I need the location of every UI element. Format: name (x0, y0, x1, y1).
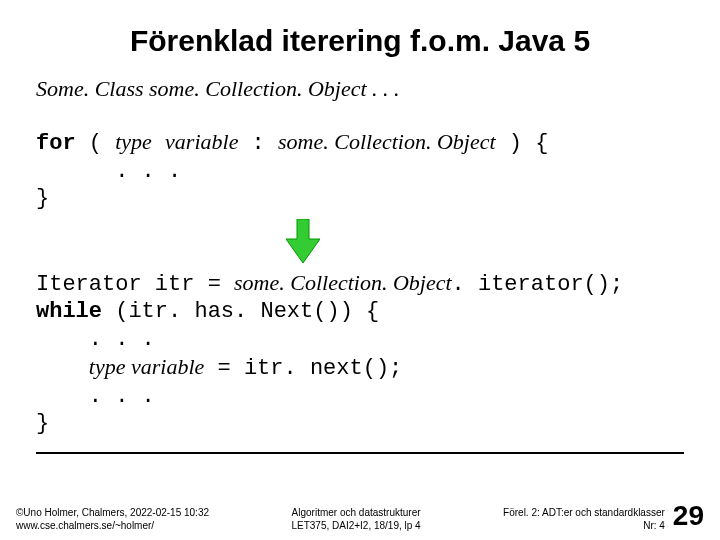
paren-close: ) { (496, 131, 549, 156)
close-brace: } (36, 186, 49, 211)
course-code: LET375, DAI2+I2, 18/19, lp 4 (291, 520, 420, 533)
lecture-number: Nr: 4 (503, 520, 665, 533)
indent (36, 356, 89, 381)
decl-object: some. Collection. Object (149, 76, 367, 101)
keyword-while: while (36, 299, 102, 324)
iterator-code: Iterator itr = some. Collection. Object.… (36, 269, 684, 438)
assign-next: = itr. next(); (204, 356, 402, 381)
footer-right-group: Förel. 2: ADT:er och standardklasser Nr:… (503, 500, 704, 532)
iterator-collection: some. Collection. Object (234, 270, 452, 295)
keyword-for: for (36, 131, 76, 156)
type-var-assign: type variable (89, 354, 204, 379)
slide: Förenklad iterering f.o.m. Java 5 Some. … (0, 0, 720, 540)
while-close-brace: } (36, 411, 49, 436)
footer-center: Algoritmer och datastrukturer LET375, DA… (291, 507, 420, 532)
type-placeholder: type (115, 129, 152, 154)
iterator-decl-a: Iterator itr = (36, 272, 234, 297)
space (152, 131, 165, 156)
footer: ©Uno Holmer, Chalmers, 2022-02-15 10:32 … (0, 500, 720, 532)
variable-placeholder: variable (165, 129, 238, 154)
footer-right: Förel. 2: ADT:er och standardklasser Nr:… (503, 507, 665, 532)
decl-class: Some. Class (36, 76, 149, 101)
lecture-title: Förel. 2: ADT:er och standardklasser (503, 507, 665, 520)
iterator-decl-c: . iterator(); (452, 272, 624, 297)
page-title: Förenklad iterering f.o.m. Java 5 (36, 24, 684, 58)
while-cond: (itr. has. Next()) { (102, 299, 379, 324)
down-arrow-icon (286, 219, 320, 263)
paren-open: ( (76, 131, 116, 156)
decl-ellipsis: . . . (367, 76, 400, 101)
course-title: Algoritmer och datastrukturer (291, 507, 420, 520)
colon: : (238, 131, 278, 156)
footer-left: ©Uno Holmer, Chalmers, 2022-02-15 10:32 … (16, 507, 209, 532)
while-dots-1: . . . (36, 327, 155, 352)
for-loop-code: for ( type variable : some. Collection. … (36, 128, 684, 213)
while-dots-2: . . . (36, 384, 155, 409)
svg-marker-0 (286, 219, 320, 263)
page-number: 29 (673, 500, 704, 532)
declaration-line: Some. Class some. Collection. Object . .… (36, 76, 684, 102)
footer-divider (36, 452, 684, 454)
url: www.cse.chalmers.se/~holmer/ (16, 520, 209, 533)
copyright: ©Uno Holmer, Chalmers, 2022-02-15 10:32 (16, 507, 209, 520)
loop-body-dots: . . . (36, 159, 181, 184)
collection-object: some. Collection. Object (278, 129, 496, 154)
